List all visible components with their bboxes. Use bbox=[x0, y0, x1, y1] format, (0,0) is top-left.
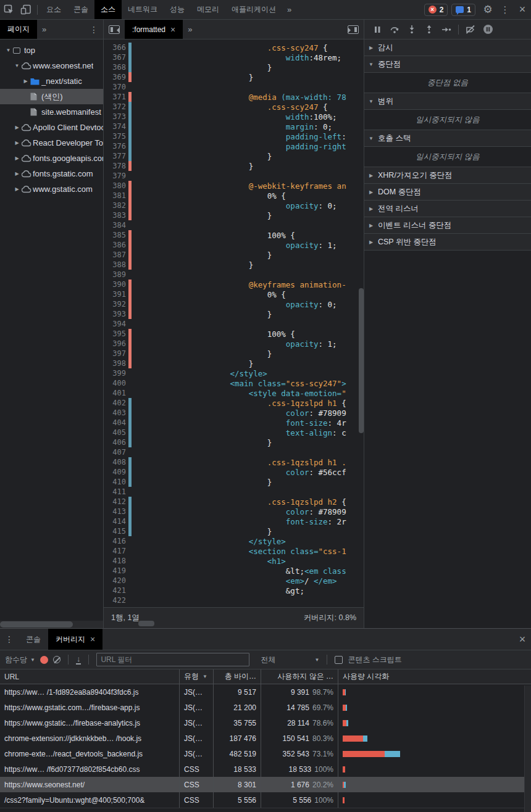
tab-애플리케이션[interactable]: 애플리케이션 bbox=[225, 0, 282, 19]
export-coverage-icon[interactable]: ↓ bbox=[76, 655, 82, 665]
line-number[interactable]: 407 bbox=[104, 448, 128, 457]
line-number[interactable]: 406 bbox=[104, 438, 128, 447]
clear-coverage-icon[interactable] bbox=[53, 656, 61, 663]
tree-item-Apollo Client Devtools[interactable]: ▶Apollo Client Devtools bbox=[0, 120, 103, 135]
tab-메모리[interactable]: 메모리 bbox=[191, 0, 225, 19]
device-toolbar-icon[interactable] bbox=[17, 0, 35, 19]
more-panels-icon[interactable]: » bbox=[282, 5, 296, 14]
line-number[interactable]: 398 bbox=[104, 359, 128, 368]
chevron-collapsed-icon[interactable]: ▶ bbox=[12, 186, 22, 192]
editor-vertical-scrollbar[interactable] bbox=[359, 288, 364, 433]
console-message-badge[interactable]: 1 bbox=[451, 4, 475, 16]
line-number[interactable]: 369 bbox=[104, 73, 128, 81]
line-number[interactable]: 385 bbox=[104, 231, 128, 239]
tab-네트워크[interactable]: 네트워크 bbox=[122, 0, 164, 19]
chevron-collapsed-icon[interactable]: ▶ bbox=[12, 155, 22, 161]
line-number[interactable]: 384 bbox=[104, 221, 128, 230]
drawer-tab-커버리지[interactable]: 커버리지× bbox=[48, 629, 102, 650]
line-number[interactable]: 395 bbox=[104, 329, 128, 338]
line-number[interactable]: 417 bbox=[104, 547, 128, 555]
line-number[interactable]: 373 bbox=[104, 112, 128, 121]
line-number[interactable]: 411 bbox=[104, 487, 128, 496]
editor-horizontal-scrollbar[interactable] bbox=[138, 621, 154, 626]
line-number[interactable]: 377 bbox=[104, 152, 128, 160]
line-number[interactable]: 370 bbox=[104, 83, 128, 91]
line-number[interactable]: 404 bbox=[104, 418, 128, 427]
coverage-mode-select[interactable]: 함수당 ▼ bbox=[5, 655, 35, 665]
debugger-section-전역 리스너[interactable]: ▶전역 리스너 bbox=[364, 201, 531, 217]
line-number[interactable]: 389 bbox=[104, 270, 128, 279]
tree-item-top[interactable]: ▼top bbox=[0, 43, 103, 58]
close-tab-icon[interactable]: × bbox=[90, 634, 95, 644]
column-header-총 바이…[interactable]: 총 바이… bbox=[213, 669, 261, 684]
line-number[interactable]: 396 bbox=[104, 339, 128, 348]
line-number[interactable]: 393 bbox=[104, 310, 128, 318]
debugger-section-CSP 위반 중단점[interactable]: ▶CSP 위반 중단점 bbox=[364, 234, 531, 251]
tab-콘솔[interactable]: 콘솔 bbox=[67, 0, 94, 19]
table-row[interactable]: https://ww… /f6d07377d802f854cb60.cssCSS… bbox=[0, 761, 531, 777]
line-number[interactable]: 408 bbox=[104, 458, 128, 466]
line-number[interactable]: 366 bbox=[104, 43, 128, 52]
chevron-collapsed-icon[interactable]: ▶ bbox=[21, 78, 30, 84]
tab-성능[interactable]: 성능 bbox=[164, 0, 191, 19]
drawer-menu-icon[interactable]: ⋮ bbox=[0, 629, 19, 650]
line-number[interactable]: 379 bbox=[104, 172, 128, 180]
pause-on-exceptions-icon[interactable] bbox=[480, 22, 496, 38]
line-number[interactable]: 418 bbox=[104, 557, 128, 565]
drawer-tab-콘솔[interactable]: 콘솔 bbox=[19, 629, 48, 650]
record-coverage-icon[interactable] bbox=[40, 656, 48, 664]
navigator-menu-icon[interactable]: ⋮ bbox=[85, 20, 103, 39]
line-number[interactable]: 399 bbox=[104, 369, 128, 378]
line-number[interactable]: 367 bbox=[104, 53, 128, 62]
line-number[interactable]: 412 bbox=[104, 497, 128, 506]
column-header-URL[interactable]: URL bbox=[0, 669, 179, 684]
line-number[interactable]: 402 bbox=[104, 399, 128, 407]
line-number[interactable]: 397 bbox=[104, 349, 128, 358]
tree-item-React Developer Tools[interactable]: ▶React Developer Tools bbox=[0, 135, 103, 151]
line-number[interactable]: 414 bbox=[104, 517, 128, 526]
url-filter-input[interactable] bbox=[96, 653, 249, 666]
debugger-section-DOM 중단점[interactable]: ▶DOM 중단점 bbox=[364, 184, 531, 201]
column-header-사용하지 않은 …[interactable]: 사용하지 않은 … bbox=[261, 669, 338, 684]
step-icon[interactable] bbox=[438, 22, 454, 38]
table-row[interactable]: https://ww… /1-fd892ea8a89404f3fdc6.jsJS… bbox=[0, 684, 531, 700]
line-number[interactable]: 420 bbox=[104, 576, 128, 585]
tree-item-_next/static[interactable]: ▶_next/static bbox=[0, 73, 103, 89]
line-number[interactable]: 378 bbox=[104, 162, 128, 170]
line-number[interactable]: 387 bbox=[104, 251, 128, 259]
table-row[interactable]: chrome-exte…/react_devtools_backend.jsJS… bbox=[0, 746, 531, 761]
debugger-section-이벤트 리스너 중단점[interactable]: ▶이벤트 리스너 중단점 bbox=[364, 217, 531, 234]
tab-소스[interactable]: 소스 bbox=[94, 0, 122, 19]
close-devtools-icon[interactable]: × bbox=[514, 0, 531, 19]
table-row[interactable]: https://www.gstatic…/firebase-analytics.… bbox=[0, 715, 531, 731]
column-header-유형[interactable]: 유형▼ bbox=[179, 669, 213, 684]
close-drawer-icon[interactable]: × bbox=[514, 629, 531, 650]
table-scrollbar[interactable] bbox=[524, 686, 531, 812]
type-filter-select[interactable]: 전체 ▼ bbox=[261, 655, 319, 665]
more-editor-tabs-icon[interactable]: » bbox=[183, 25, 197, 34]
line-number[interactable]: 383 bbox=[104, 211, 128, 220]
more-navigator-tabs-icon[interactable]: » bbox=[37, 25, 51, 34]
line-number[interactable]: 391 bbox=[104, 290, 128, 299]
line-number[interactable]: 371 bbox=[104, 93, 128, 101]
line-number[interactable]: 375 bbox=[104, 132, 128, 141]
tree-item-www.seonest.net[interactable]: ▼www.seonest.net bbox=[0, 58, 103, 73]
chevron-collapsed-icon[interactable]: ▶ bbox=[12, 171, 22, 176]
step-into-icon[interactable] bbox=[404, 22, 420, 38]
line-number[interactable]: 372 bbox=[104, 102, 128, 111]
menu-dots-icon[interactable]: ⋮ bbox=[496, 0, 514, 19]
debugger-section-XHR/가져오기 중단점[interactable]: ▶XHR/가져오기 중단점 bbox=[364, 167, 531, 184]
line-number[interactable]: 390 bbox=[104, 280, 128, 289]
line-number[interactable]: 405 bbox=[104, 428, 128, 437]
tree-item-fonts.gstatic.com[interactable]: ▶fonts.gstatic.com bbox=[0, 166, 103, 181]
table-row[interactable]: https://www.gstatic.com…/firebase-app.js… bbox=[0, 700, 531, 715]
line-number[interactable]: 392 bbox=[104, 300, 128, 309]
line-number[interactable]: 374 bbox=[104, 122, 128, 131]
line-number[interactable]: 381 bbox=[104, 191, 128, 200]
code-area[interactable]: 366 .css-scy247 {367 width:48rem;368 }36… bbox=[104, 39, 364, 607]
debugger-section-감시[interactable]: ▶감시 bbox=[364, 39, 531, 56]
expand-debugger-icon[interactable] bbox=[348, 25, 359, 34]
line-number[interactable]: 368 bbox=[104, 63, 128, 72]
line-number[interactable]: 403 bbox=[104, 408, 128, 417]
chevron-expanded-icon[interactable]: ▼ bbox=[4, 48, 13, 53]
